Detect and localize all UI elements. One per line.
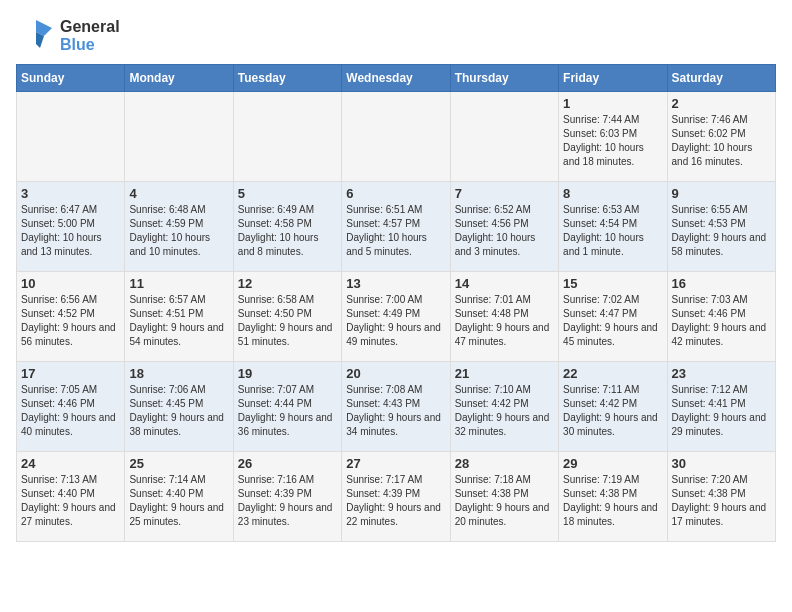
day-info: Sunrise: 7:17 AM Sunset: 4:39 PM Dayligh… [346,473,445,529]
weekday-header: Monday [125,65,233,92]
calendar-row: 10Sunrise: 6:56 AM Sunset: 4:52 PM Dayli… [17,272,776,362]
day-number: 29 [563,456,662,471]
day-info: Sunrise: 7:03 AM Sunset: 4:46 PM Dayligh… [672,293,771,349]
logo: GeneralBlue [16,16,120,56]
calendar-cell: 1Sunrise: 7:44 AM Sunset: 6:03 PM Daylig… [559,92,667,182]
calendar-cell: 23Sunrise: 7:12 AM Sunset: 4:41 PM Dayli… [667,362,775,452]
day-info: Sunrise: 7:20 AM Sunset: 4:38 PM Dayligh… [672,473,771,529]
calendar-cell: 3Sunrise: 6:47 AM Sunset: 5:00 PM Daylig… [17,182,125,272]
calendar-cell: 17Sunrise: 7:05 AM Sunset: 4:46 PM Dayli… [17,362,125,452]
day-info: Sunrise: 7:12 AM Sunset: 4:41 PM Dayligh… [672,383,771,439]
day-info: Sunrise: 6:58 AM Sunset: 4:50 PM Dayligh… [238,293,337,349]
day-number: 3 [21,186,120,201]
day-info: Sunrise: 7:14 AM Sunset: 4:40 PM Dayligh… [129,473,228,529]
calendar-cell: 12Sunrise: 6:58 AM Sunset: 4:50 PM Dayli… [233,272,341,362]
day-number: 6 [346,186,445,201]
day-number: 14 [455,276,554,291]
calendar-cell: 19Sunrise: 7:07 AM Sunset: 4:44 PM Dayli… [233,362,341,452]
day-info: Sunrise: 7:05 AM Sunset: 4:46 PM Dayligh… [21,383,120,439]
day-number: 24 [21,456,120,471]
calendar-row: 17Sunrise: 7:05 AM Sunset: 4:46 PM Dayli… [17,362,776,452]
calendar-cell [17,92,125,182]
day-info: Sunrise: 7:11 AM Sunset: 4:42 PM Dayligh… [563,383,662,439]
weekday-header: Wednesday [342,65,450,92]
calendar-cell: 9Sunrise: 6:55 AM Sunset: 4:53 PM Daylig… [667,182,775,272]
calendar-cell: 7Sunrise: 6:52 AM Sunset: 4:56 PM Daylig… [450,182,558,272]
day-number: 5 [238,186,337,201]
day-number: 8 [563,186,662,201]
day-number: 16 [672,276,771,291]
day-number: 2 [672,96,771,111]
calendar-cell: 25Sunrise: 7:14 AM Sunset: 4:40 PM Dayli… [125,452,233,542]
day-number: 4 [129,186,228,201]
weekday-header: Friday [559,65,667,92]
calendar-cell: 14Sunrise: 7:01 AM Sunset: 4:48 PM Dayli… [450,272,558,362]
day-number: 17 [21,366,120,381]
day-number: 20 [346,366,445,381]
day-info: Sunrise: 6:56 AM Sunset: 4:52 PM Dayligh… [21,293,120,349]
weekday-header: Tuesday [233,65,341,92]
day-info: Sunrise: 7:01 AM Sunset: 4:48 PM Dayligh… [455,293,554,349]
day-info: Sunrise: 6:55 AM Sunset: 4:53 PM Dayligh… [672,203,771,259]
calendar-cell: 26Sunrise: 7:16 AM Sunset: 4:39 PM Dayli… [233,452,341,542]
calendar-row: 1Sunrise: 7:44 AM Sunset: 6:03 PM Daylig… [17,92,776,182]
header-row: SundayMondayTuesdayWednesdayThursdayFrid… [17,65,776,92]
day-number: 26 [238,456,337,471]
day-info: Sunrise: 7:46 AM Sunset: 6:02 PM Dayligh… [672,113,771,169]
calendar-cell: 16Sunrise: 7:03 AM Sunset: 4:46 PM Dayli… [667,272,775,362]
calendar-cell [233,92,341,182]
day-info: Sunrise: 7:16 AM Sunset: 4:39 PM Dayligh… [238,473,337,529]
calendar-cell: 18Sunrise: 7:06 AM Sunset: 4:45 PM Dayli… [125,362,233,452]
day-number: 10 [21,276,120,291]
day-number: 22 [563,366,662,381]
calendar-cell [125,92,233,182]
logo-icon [16,16,56,56]
day-number: 18 [129,366,228,381]
day-number: 9 [672,186,771,201]
day-number: 13 [346,276,445,291]
day-info: Sunrise: 7:06 AM Sunset: 4:45 PM Dayligh… [129,383,228,439]
day-info: Sunrise: 7:02 AM Sunset: 4:47 PM Dayligh… [563,293,662,349]
calendar-cell: 2Sunrise: 7:46 AM Sunset: 6:02 PM Daylig… [667,92,775,182]
day-info: Sunrise: 6:49 AM Sunset: 4:58 PM Dayligh… [238,203,337,259]
weekday-header: Thursday [450,65,558,92]
day-number: 21 [455,366,554,381]
header: GeneralBlue [16,16,776,56]
day-number: 12 [238,276,337,291]
calendar-cell: 28Sunrise: 7:18 AM Sunset: 4:38 PM Dayli… [450,452,558,542]
day-info: Sunrise: 6:47 AM Sunset: 5:00 PM Dayligh… [21,203,120,259]
calendar-cell: 24Sunrise: 7:13 AM Sunset: 4:40 PM Dayli… [17,452,125,542]
day-info: Sunrise: 6:57 AM Sunset: 4:51 PM Dayligh… [129,293,228,349]
calendar-cell: 8Sunrise: 6:53 AM Sunset: 4:54 PM Daylig… [559,182,667,272]
day-number: 7 [455,186,554,201]
day-info: Sunrise: 7:07 AM Sunset: 4:44 PM Dayligh… [238,383,337,439]
calendar-cell: 27Sunrise: 7:17 AM Sunset: 4:39 PM Dayli… [342,452,450,542]
day-info: Sunrise: 6:48 AM Sunset: 4:59 PM Dayligh… [129,203,228,259]
day-info: Sunrise: 7:18 AM Sunset: 4:38 PM Dayligh… [455,473,554,529]
day-info: Sunrise: 6:53 AM Sunset: 4:54 PM Dayligh… [563,203,662,259]
calendar-table: SundayMondayTuesdayWednesdayThursdayFrid… [16,64,776,542]
day-info: Sunrise: 7:19 AM Sunset: 4:38 PM Dayligh… [563,473,662,529]
day-number: 28 [455,456,554,471]
day-number: 11 [129,276,228,291]
day-number: 25 [129,456,228,471]
weekday-header: Saturday [667,65,775,92]
calendar-row: 24Sunrise: 7:13 AM Sunset: 4:40 PM Dayli… [17,452,776,542]
calendar-cell: 20Sunrise: 7:08 AM Sunset: 4:43 PM Dayli… [342,362,450,452]
calendar-cell: 4Sunrise: 6:48 AM Sunset: 4:59 PM Daylig… [125,182,233,272]
day-info: Sunrise: 6:51 AM Sunset: 4:57 PM Dayligh… [346,203,445,259]
day-info: Sunrise: 7:10 AM Sunset: 4:42 PM Dayligh… [455,383,554,439]
calendar-cell: 5Sunrise: 6:49 AM Sunset: 4:58 PM Daylig… [233,182,341,272]
calendar-cell [450,92,558,182]
day-info: Sunrise: 7:00 AM Sunset: 4:49 PM Dayligh… [346,293,445,349]
day-info: Sunrise: 7:08 AM Sunset: 4:43 PM Dayligh… [346,383,445,439]
day-number: 23 [672,366,771,381]
logo-blue-text: Blue [60,36,95,53]
calendar-cell: 6Sunrise: 6:51 AM Sunset: 4:57 PM Daylig… [342,182,450,272]
day-number: 27 [346,456,445,471]
calendar-cell: 22Sunrise: 7:11 AM Sunset: 4:42 PM Dayli… [559,362,667,452]
calendar-cell: 11Sunrise: 6:57 AM Sunset: 4:51 PM Dayli… [125,272,233,362]
day-number: 30 [672,456,771,471]
day-number: 15 [563,276,662,291]
day-info: Sunrise: 7:13 AM Sunset: 4:40 PM Dayligh… [21,473,120,529]
